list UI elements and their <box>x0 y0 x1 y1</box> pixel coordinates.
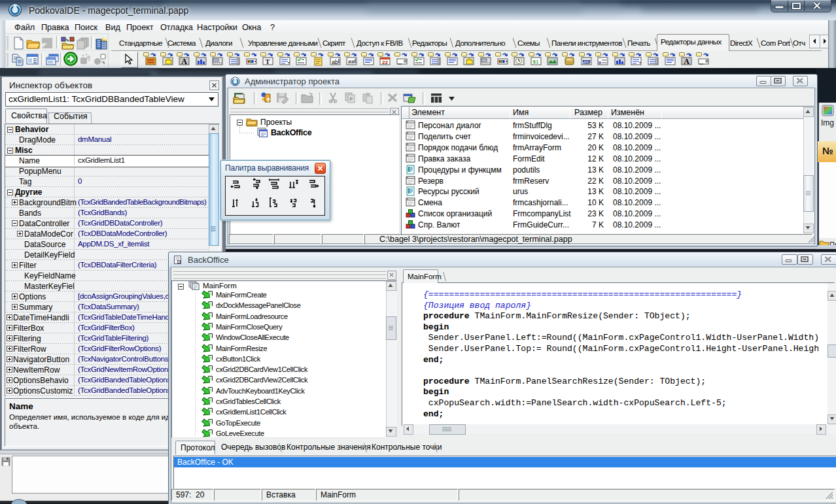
svg-text:MRU: MRU <box>582 60 591 65</box>
svg-text:A: A <box>181 57 187 66</box>
svg-text:$1: $1 <box>532 59 538 65</box>
svg-text:F: F <box>350 96 353 102</box>
svg-text:A: A <box>684 57 689 66</box>
svg-text:ab: ab <box>332 59 338 65</box>
svg-text:T: T <box>266 58 270 65</box>
svg-text:22: 22 <box>382 59 388 65</box>
svg-text:##: ## <box>348 59 355 65</box>
